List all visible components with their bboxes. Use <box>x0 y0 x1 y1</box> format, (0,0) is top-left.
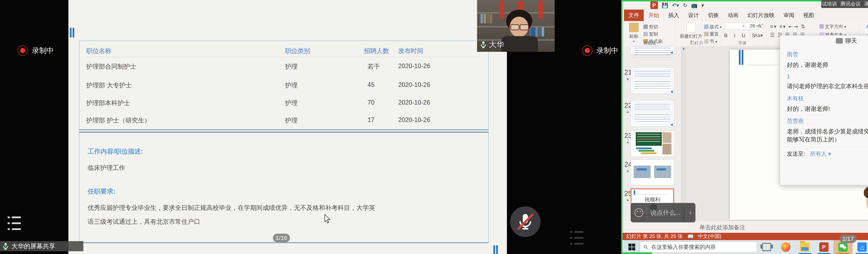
mic-active-icon <box>479 41 487 49</box>
tab-文件[interactable]: 文件 <box>624 9 644 21</box>
job-col-header: 职位类别 <box>285 47 310 55</box>
start-slideshow-icon[interactable]: 📺 <box>691 2 698 8</box>
red-banner <box>499 1 504 19</box>
mouse-cursor <box>324 214 331 224</box>
shared-desktop: P 💾 ↶▾ ↻ 📺 ▾ int ? ⇱ − ❐ ✕ 登录 文件开始插入设计切换… <box>621 0 868 254</box>
mute-button-left[interactable] <box>510 206 540 237</box>
taskbar-powerpoint[interactable]: P <box>814 240 833 254</box>
thumbnail-number: 21★ <box>624 68 631 82</box>
section-button[interactable]: 节 ▾ <box>704 38 717 45</box>
recording-indicator-left: 录制中 <box>18 45 54 56</box>
powerpoint-logo-icon[interactable]: P <box>650 1 658 9</box>
job-col-header: 发布时间 <box>398 47 423 55</box>
taskbar-explorer[interactable] <box>795 240 814 254</box>
paste-button[interactable]: 粘贴▾ <box>626 23 642 44</box>
webcam-dahua[interactable]: 大华 <box>477 0 555 52</box>
slide-decoration-bars <box>739 50 744 65</box>
send-to-selector[interactable]: 所有人 ▾ <box>810 150 831 158</box>
group-label-font: 字体 <box>738 40 747 46</box>
page-indicator-left: 1/16 <box>273 234 290 242</box>
chat-titlebar[interactable]: 聊天 − □ ✕ <box>780 35 868 46</box>
job-cell: 护理部 护士（研究生） <box>86 116 151 125</box>
firefox-icon <box>781 242 790 252</box>
font-size-combo[interactable]: 28 ▾ <box>744 22 760 29</box>
spellcheck-icon[interactable]: 📖 <box>687 233 694 239</box>
collapse-arrow-icon[interactable]: ‹ <box>689 209 692 216</box>
tab-幻灯片放映[interactable]: 幻灯片放映 <box>743 9 779 21</box>
shared-document: 职位名称职位类别招聘人数发布时间 护理部合同制护士护理若干2020-10-26护… <box>68 0 507 254</box>
tab-审阅[interactable]: 审阅 <box>779 9 799 21</box>
reset-button[interactable]: 重置 <box>704 31 719 37</box>
font-format-buttons[interactable]: B I U S <box>724 32 757 38</box>
document-decoration-bars-bottom <box>493 245 499 254</box>
webcam-name-label: 大华 <box>479 39 504 50</box>
right-meeting-window: 录制中 P 💾 ↶▾ ↻ 📺 ▾ int ? ⇱ − ❐ ✕ <box>564 0 868 254</box>
slide-thumbnail-22[interactable] <box>631 101 674 126</box>
qat-dropdown-icon[interactable]: ▾ <box>701 2 704 8</box>
tab-插入[interactable]: 插入 <box>664 9 684 21</box>
new-slide-icon <box>686 23 696 32</box>
task-view-button[interactable] <box>757 240 776 254</box>
redo-icon[interactable]: ↻ <box>683 2 687 8</box>
search-placeholder: 在这里输入你要搜索的内容 <box>651 244 716 251</box>
chat-message: 好的，谢谢老师! <box>787 105 868 113</box>
text-direction-button[interactable]: 文字方向 ▾ <box>819 24 846 30</box>
layout-button[interactable]: 版式 ▾ <box>704 24 722 30</box>
recording-indicator-right: 录制中 <box>582 45 618 56</box>
job-cell: 护理 <box>285 62 298 71</box>
start-button[interactable] <box>624 240 640 254</box>
scroll-up-icon[interactable]: ▲ <box>681 46 686 51</box>
file-explorer-icon <box>800 242 809 252</box>
slide-thumbnail-23[interactable] <box>631 131 674 157</box>
font-family-combo[interactable]: ▾ <box>724 22 746 29</box>
meeting-recording-pill[interactable]: 面试培训 腾讯会议 录制中 <box>821 0 868 8</box>
mic-active-icon <box>2 242 9 250</box>
emoji-icon[interactable] <box>634 208 643 217</box>
pill-recording-label: 录制中 <box>864 1 868 7</box>
send-to-label: 发送至: <box>787 150 805 158</box>
thumbnail-scrollbar[interactable]: ▲ ▼ <box>681 46 686 221</box>
more-font-buttons[interactable]: Aa▾ <box>754 32 763 38</box>
tab-动画[interactable]: 动画 <box>723 9 743 21</box>
job-cell: 45 <box>368 81 374 88</box>
tab-切换[interactable]: 切换 <box>704 9 723 21</box>
slide-cartoon <box>863 184 868 220</box>
save-icon[interactable]: 💾 <box>662 2 668 8</box>
share-border-bottom <box>623 252 652 254</box>
tab-视图[interactable]: 视图 <box>799 9 818 21</box>
taskbar-search[interactable]: 在这里输入你要搜索的内容 <box>640 242 757 253</box>
notes-pane[interactable]: 单击此处添加备注 <box>687 221 868 233</box>
layout-list-icon[interactable] <box>8 217 24 231</box>
slide-thumbnail-21[interactable] <box>631 67 674 93</box>
comment-input-bar[interactable]: 说点什么... ‹ <box>631 203 695 222</box>
powerpoint-icon: P <box>819 242 829 252</box>
tab-设计[interactable]: 设计 <box>684 9 704 21</box>
pill-app-name: 腾讯会议 <box>841 1 861 7</box>
job-cell: 护理部 大专护士 <box>86 81 132 90</box>
desc-body: 临床护理工作 <box>88 164 125 172</box>
job-cell: 护理 <box>285 116 298 125</box>
job-cell: 护理 <box>285 99 298 107</box>
slide-thumbnail-24[interactable] <box>631 160 674 186</box>
tab-开始[interactable]: 开始 <box>644 9 664 21</box>
cut-button[interactable]: 剪切 <box>643 24 658 30</box>
thumbnail-number: 22★ <box>624 102 631 114</box>
recording-label: 录制中 <box>32 46 54 55</box>
taskbar-firefox[interactable] <box>776 240 795 254</box>
slide-thumbnail-panel: ▲ ▼ 21★ 22★ 23★ <box>623 46 687 221</box>
grow-shrink-font[interactable]: Aˆ <box>758 23 763 29</box>
chat-message: 老师，成绩排名多少算是成绩突出呢（就是能够写在简历上的） <box>787 128 868 143</box>
task-view-icon <box>762 243 771 251</box>
slide-thumbnail-partial[interactable] <box>631 46 674 54</box>
job-cell: 17 <box>368 116 374 123</box>
glasses-left <box>510 24 519 30</box>
language-label[interactable]: 中文(中国) <box>698 233 721 240</box>
camera-name: 大华 <box>489 39 504 50</box>
layout-list-icon-dim[interactable] <box>570 231 587 246</box>
undo-icon[interactable]: ↶▾ <box>672 2 679 8</box>
group-label-slides: 幻灯片 <box>690 40 703 46</box>
bullet-list-icons[interactable]: ≡▾ ≡▾ ⇤⇥ ⇅ <box>770 24 806 30</box>
wechat-icon <box>838 242 848 252</box>
copy-button[interactable]: 复制 <box>643 31 658 37</box>
tencent-meeting-icon: △ <box>858 242 867 252</box>
